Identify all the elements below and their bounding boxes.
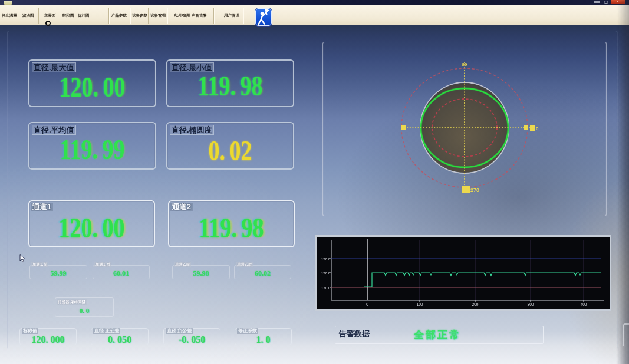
svg-text:120.0: 120.0 xyxy=(321,272,331,275)
svg-text:0: 0 xyxy=(536,126,539,131)
svg-text:300: 300 xyxy=(528,302,534,306)
svg-text:90: 90 xyxy=(462,62,467,67)
svg-text:0: 0 xyxy=(366,302,368,306)
svg-text:400: 400 xyxy=(581,302,587,306)
svg-text:200: 200 xyxy=(472,302,479,306)
svg-text:270: 270 xyxy=(470,187,479,193)
svg-text:100: 100 xyxy=(417,302,423,306)
svg-text:120.0: 120.0 xyxy=(321,286,331,290)
svg-text:120.0: 120.0 xyxy=(321,257,331,261)
